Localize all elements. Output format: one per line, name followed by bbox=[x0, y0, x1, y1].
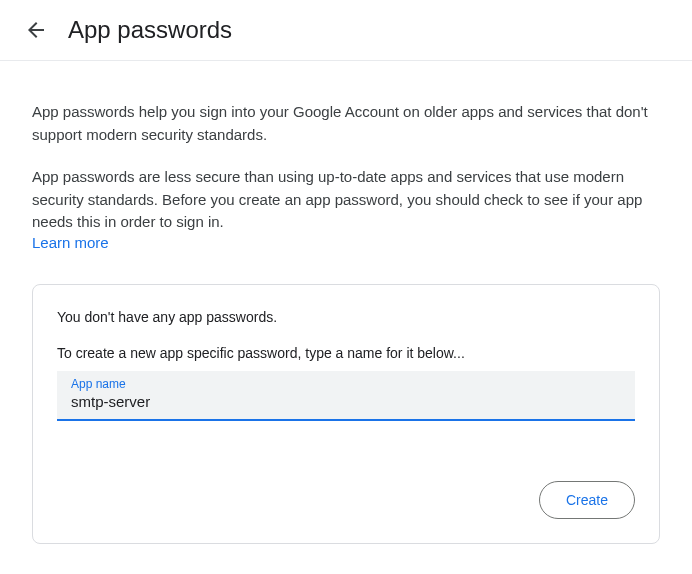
app-name-label: App name bbox=[71, 377, 621, 391]
content-area: App passwords help you sign into your Go… bbox=[0, 61, 692, 568]
button-row: Create bbox=[57, 481, 635, 519]
app-name-field-wrapper: App name bbox=[57, 371, 635, 421]
intro-paragraph-1: App passwords help you sign into your Go… bbox=[32, 101, 660, 146]
arrow-back-icon[interactable] bbox=[24, 18, 48, 42]
intro-paragraph-2: App passwords are less secure than using… bbox=[32, 166, 660, 234]
app-name-input[interactable] bbox=[71, 393, 621, 410]
instruction-text: To create a new app specific password, t… bbox=[57, 345, 635, 361]
create-button[interactable]: Create bbox=[539, 481, 635, 519]
page-title: App passwords bbox=[68, 16, 232, 44]
app-passwords-card: You don't have any app passwords. To cre… bbox=[32, 284, 660, 544]
learn-more-link[interactable]: Learn more bbox=[32, 234, 109, 251]
no-passwords-text: You don't have any app passwords. bbox=[57, 309, 635, 325]
page-header: App passwords bbox=[0, 0, 692, 61]
